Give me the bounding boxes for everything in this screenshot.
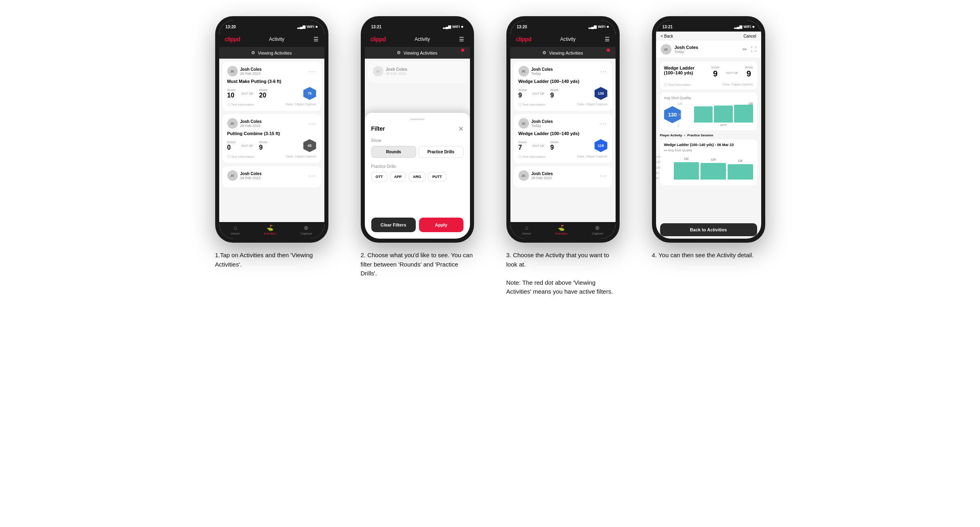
nav-capture-1[interactable]: ⊕ Capture (301, 224, 312, 235)
status-icons-2: ▂▄▆ WiFi ■ (443, 25, 464, 29)
practice-drills-btn[interactable]: Practice Drills (419, 146, 464, 158)
description-1: 1.Tap on Activities and then 'Viewing Ac… (215, 251, 328, 269)
status-time-2: 13:21 (371, 25, 382, 29)
viewing-banner-1[interactable]: ⚙ Viewing Activities (219, 47, 324, 59)
show-section-label: Show (371, 138, 464, 143)
detail-test-info-4: ⓘ Test Information (664, 83, 691, 87)
home-icon-3: ⌂ (525, 224, 528, 231)
drill-title-3-2: Wedge Ladder (100–140 yds) (519, 131, 607, 136)
tag-arg[interactable]: ARG (409, 172, 425, 182)
nav-home-3[interactable]: ⌂ Home (522, 224, 531, 235)
y-axis-labels-4: 100 50 0 (678, 102, 683, 127)
red-dot-2 (461, 49, 464, 52)
activity-card-3-3[interactable]: JC Josh Coles 28 Feb 2023 ··· (514, 166, 612, 187)
app-header-3: clippd Activity ☰ (510, 32, 616, 47)
signal-icon: ▂▄▆ (297, 25, 305, 29)
expand-icon-4[interactable]: ⛶ (751, 46, 756, 53)
user-date-3-3: 28 Feb 2023 (531, 176, 553, 180)
detail-user-name-4: Josh Coles (675, 45, 698, 50)
detail-action-icons-4: ✏ ⛶ (743, 46, 756, 53)
card-menu-1-1[interactable]: ··· (309, 68, 316, 74)
card-menu-3-3[interactable]: ··· (600, 172, 607, 179)
card-menu-3-1[interactable]: ··· (600, 68, 607, 74)
card-user-3-3: JC Josh Coles 28 Feb 2023 (519, 170, 553, 181)
activity-card-3-2[interactable]: JC Josh Coles Today ··· Wedge Ladder (10… (514, 114, 612, 163)
activity-card-3-1[interactable]: JC Josh Coles Today ··· Wedge Ladder (10… (514, 62, 612, 111)
status-icons-3: ▂▄▆ WiFi ■ (588, 25, 609, 29)
detail-data-capture-4: Data: Clippd Capture (723, 83, 753, 87)
user-name-3-2: Josh Coles (531, 119, 553, 124)
score-label-1-1: Score (227, 88, 236, 92)
capture-icon-1: ⊕ (304, 224, 309, 231)
description-2: 2. Choose what you'd like to see. You ca… (361, 251, 474, 278)
rounds-btn[interactable]: Rounds (371, 146, 416, 158)
shot-quality-hex-3-1: 130 (595, 87, 607, 100)
shots-val-3-1: 9 (550, 92, 558, 99)
viewing-banner-2[interactable]: ⚙ Viewing Activities (365, 47, 470, 59)
tag-putt[interactable]: PUTT (428, 172, 447, 182)
capture-icon-3: ⊕ (595, 224, 600, 231)
peek-user-name: Josh Coles (386, 67, 407, 72)
clear-filters-button[interactable]: Clear Filters (371, 218, 416, 232)
chart-label-4: APP (694, 123, 753, 127)
score-label-3-2: Score (519, 140, 527, 144)
info-left-3-1: ⓘ Test Information (519, 102, 546, 107)
hamburger-menu-1[interactable]: ☰ (313, 36, 319, 42)
notch-3 (543, 20, 583, 29)
apply-button[interactable]: Apply (419, 218, 464, 232)
hamburger-menu-3[interactable]: ☰ (605, 36, 610, 42)
scroll-area-1: JC Josh Coles 28 Feb 2023 ··· Must Make … (219, 59, 324, 222)
tag-app[interactable]: APP (390, 172, 406, 182)
modal-drag-handle (410, 119, 425, 120)
user-name-3-1: Josh Coles (531, 67, 553, 72)
viewing-banner-3[interactable]: ⚙ Viewing Activities (510, 47, 616, 59)
viewing-banner-label-1: Viewing Activities (258, 51, 292, 55)
card-user-1-1: JC Josh Coles 28 Feb 2023 (227, 66, 262, 76)
signal-icon-4: ▂▄▆ (734, 25, 742, 29)
tag-ott[interactable]: OTT (371, 172, 387, 182)
hamburger-menu-2[interactable]: ☰ (459, 36, 464, 42)
cancel-button-4[interactable]: Cancel (743, 34, 756, 38)
card-menu-1-3[interactable]: ··· (309, 172, 316, 179)
score-val-3-2: 7 (519, 144, 527, 151)
nav-activities-1[interactable]: ⛳ Activities (264, 224, 277, 235)
description-4: 4. You can then see the Activity detail. (652, 251, 765, 260)
user-name-1-1: Josh Coles (240, 67, 262, 72)
nav-activities-3[interactable]: ⛳ Activities (555, 224, 568, 235)
nav-home-label-1: Home (231, 232, 239, 235)
filter-close-icon[interactable]: ✕ (458, 125, 464, 133)
score-col-label-4: Score (711, 66, 720, 69)
drill-title-3-1: Wedge Ladder (100–140 yds) (519, 79, 607, 84)
avatar-4: JC (661, 44, 671, 55)
nav-capture-3[interactable]: ⊕ Capture (592, 224, 603, 235)
card-menu-1-2[interactable]: ··· (309, 120, 316, 127)
activity-card-1-1[interactable]: JC Josh Coles 28 Feb 2023 ··· Must Make … (222, 62, 321, 111)
battery-icon-2: ■ (461, 25, 463, 29)
outof-1-2: OUT OF (241, 144, 253, 148)
filter-icon-1: ⚙ (251, 50, 255, 55)
viewing-banner-label-3: Viewing Activities (549, 51, 583, 55)
shot-quality-hex-1-1: 75 (303, 87, 316, 100)
app-logo-1: clippd (225, 36, 240, 42)
back-to-activities-btn-4[interactable]: Back to Activities (660, 223, 757, 236)
card-menu-3-2[interactable]: ··· (600, 120, 607, 127)
shot-quality-hex-3-2: 118 (595, 139, 607, 152)
column-2: 13:21 ▂▄▆ WiFi ■ clippd Activity ☰ ⚙ Vie… (353, 16, 482, 296)
player-activity-section-4: Player Activity ▸ Practice Session (660, 133, 757, 137)
nav-home-1[interactable]: ⌂ Home (231, 224, 239, 235)
info-left-1-2: ⓘ Test Information (227, 155, 254, 159)
info-right-3-2: Data: Clippd Capture (577, 155, 607, 159)
app-logo-2: clippd (370, 36, 386, 42)
filter-toggle-row: Rounds Practice Drills (371, 146, 464, 158)
edit-icon-4[interactable]: ✏ (743, 46, 747, 53)
user-date-3-2: Today (531, 124, 553, 128)
activities-icon-3: ⛳ (558, 224, 565, 231)
card-user-1-3: JC Josh Coles 28 Feb 2023 (227, 170, 262, 181)
back-button-4[interactable]: < Back (661, 34, 673, 38)
user-date-1-1: 28 Feb 2023 (240, 72, 262, 76)
wifi-icon-2: WiFi (452, 25, 460, 29)
activity-card-1-2[interactable]: JC Josh Coles 28 Feb 2023 ··· Putting Co… (222, 114, 321, 163)
score-val-1-2: 0 (227, 144, 236, 151)
activity-card-1-3[interactable]: JC Josh Coles 28 Feb 2023 ··· (222, 166, 321, 187)
bar-2-4: 129 (701, 163, 726, 180)
